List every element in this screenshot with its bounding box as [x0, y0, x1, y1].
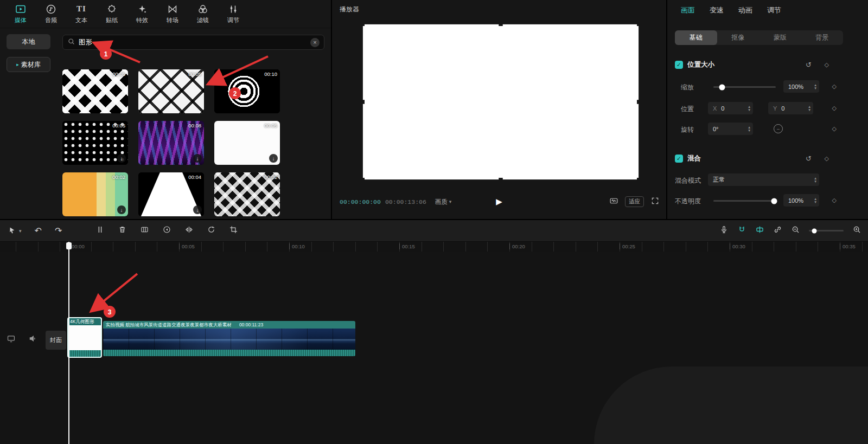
stepper-icon[interactable]: ▴▾	[814, 83, 816, 90]
scale-slider-handle[interactable]	[719, 84, 725, 90]
fullscreen-icon[interactable]	[650, 196, 660, 208]
position-x-field[interactable]: X 0 ▴▾	[708, 102, 753, 114]
freeze-frame-button[interactable]	[140, 225, 149, 236]
tab-speed[interactable]: 变速	[710, 5, 724, 15]
media-item[interactable]: 00:04 ↓	[138, 172, 204, 216]
tab-animation[interactable]: 动画	[738, 5, 752, 15]
main-track-magnet-icon[interactable]	[737, 225, 746, 236]
download-icon[interactable]: ↓	[269, 154, 278, 163]
keyframe-icon[interactable]: ◇	[832, 125, 837, 132]
media-item[interactable]: 00:02	[214, 172, 280, 216]
timeline-ruler[interactable]: 00:00 00:05 00:10 00:15 00:20 00:25 00:3…	[0, 242, 868, 252]
tab-adjustment[interactable]: 调节	[767, 5, 781, 15]
record-voice-icon[interactable]	[719, 225, 729, 236]
auto-snap-icon[interactable]	[755, 225, 764, 236]
download-icon[interactable]: ↓	[117, 154, 126, 163]
playhead-line[interactable]	[68, 242, 69, 444]
scale-slider[interactable]	[713, 86, 776, 88]
blend-checkbox[interactable]: ✓	[675, 155, 683, 163]
track-mute-icon[interactable]	[28, 334, 37, 345]
reset-icon[interactable]: ↺	[806, 61, 812, 69]
tab-media[interactable]: 媒体	[9, 4, 33, 24]
quality-dropdown[interactable]: 画质 ▾	[435, 198, 452, 206]
stepper-icon[interactable]: ▴▾	[814, 177, 816, 183]
tab-adjust[interactable]: 调节	[221, 4, 245, 24]
resize-handle[interactable]	[361, 100, 365, 104]
track-monitor-icon[interactable]	[7, 334, 16, 345]
fit-button[interactable]: 适应	[625, 196, 644, 207]
stepper-icon[interactable]: ▴▾	[748, 126, 750, 132]
media-item[interactable]: 00:02 ↓	[62, 172, 128, 216]
timeline-clip-shape[interactable]: 4K几何图形	[67, 317, 102, 358]
zoom-in-icon[interactable]	[852, 225, 861, 236]
position-size-checkbox[interactable]: ✓	[675, 61, 683, 69]
zoom-slider-handle[interactable]	[812, 228, 817, 233]
tab-sticker[interactable]: 贴纸	[100, 4, 124, 24]
undo-button[interactable]: ↶	[35, 227, 42, 235]
resize-handle[interactable]	[499, 22, 503, 26]
media-item[interactable]: 00:05	[138, 69, 204, 113]
reverse-button[interactable]	[162, 225, 171, 236]
tab-audio[interactable]: 音频	[39, 4, 63, 24]
redo-button[interactable]: ↷	[55, 227, 62, 235]
search-input[interactable]	[79, 38, 307, 46]
subtab-keying[interactable]: 抠像	[717, 30, 760, 45]
select-tool[interactable]: ▾	[8, 226, 22, 235]
resize-handle[interactable]	[637, 178, 641, 182]
play-button[interactable]: ▶	[496, 197, 502, 207]
keyframe-icon[interactable]: ◇	[832, 83, 837, 90]
keyframe-icon[interactable]: ◇	[825, 155, 829, 162]
crop-button[interactable]	[229, 225, 238, 236]
blend-mode-dropdown[interactable]: 正常 ▴▾	[708, 173, 819, 186]
mirror-button[interactable]	[184, 225, 194, 236]
delete-button[interactable]	[118, 225, 127, 236]
subtab-basic[interactable]: 基础	[675, 30, 717, 45]
subtab-mask[interactable]: 蒙版	[759, 30, 801, 45]
stepper-icon[interactable]: ▴▾	[814, 197, 816, 204]
keyframe-icon[interactable]: ◇	[832, 197, 837, 204]
resize-handle[interactable]	[499, 178, 503, 182]
opacity-value-field[interactable]: 100% ▴▾	[783, 194, 819, 207]
subtab-background[interactable]: 背景	[801, 30, 844, 45]
download-icon[interactable]: ↓	[193, 205, 202, 214]
position-y-field[interactable]: Y 0 ▴▾	[768, 102, 813, 114]
opacity-slider-handle[interactable]	[771, 198, 777, 204]
tab-picture[interactable]: 画面	[681, 5, 695, 15]
link-preview-icon[interactable]	[773, 225, 782, 236]
stepper-icon[interactable]: ▴▾	[808, 105, 810, 112]
stepper-icon[interactable]: ▴▾	[748, 105, 750, 112]
clear-search-icon[interactable]: ×	[310, 38, 320, 47]
timeline-zoom-slider[interactable]	[809, 230, 844, 231]
scale-value-field[interactable]: 100% ▴▾	[783, 80, 819, 93]
media-item[interactable]: 00:05 ↓	[214, 121, 280, 165]
split-button[interactable]	[95, 225, 105, 236]
timeline-clip-video[interactable]: 实拍视频 航拍城市风景街道道路交通夜景夜景都市夜大桥素材 00:00:11:23	[103, 321, 355, 356]
media-item[interactable]: 00:05	[62, 69, 128, 113]
keyframe-icon[interactable]: ◇	[825, 61, 829, 68]
media-item[interactable]: 00:08 ↓	[138, 121, 204, 165]
frame-preview-icon[interactable]	[609, 196, 618, 208]
reset-icon[interactable]: ↺	[806, 155, 812, 163]
media-item[interactable]: 00:10	[214, 69, 280, 113]
media-item[interactable]: 00:05 ↓	[62, 121, 128, 165]
keyframe-icon[interactable]: ◇	[832, 105, 837, 112]
tab-transition[interactable]: 转场	[161, 4, 184, 24]
preview-canvas[interactable]	[362, 24, 639, 180]
sidebar-item-local[interactable]: 本地	[7, 34, 50, 49]
tab-filter[interactable]: 滤镜	[191, 4, 215, 24]
resize-handle[interactable]	[361, 178, 365, 182]
rotate-value-field[interactable]: 0° ▴▾	[708, 123, 753, 135]
playhead-handle[interactable]	[66, 242, 72, 249]
resize-handle[interactable]	[361, 22, 365, 26]
rotation-dial[interactable]: –	[774, 124, 783, 133]
resize-handle[interactable]	[637, 22, 641, 26]
rotate-button[interactable]	[207, 225, 216, 236]
opacity-slider[interactable]	[713, 200, 776, 202]
tab-effects[interactable]: 特效	[130, 4, 154, 24]
sidebar-item-library[interactable]: ▸ 素材库	[7, 57, 50, 72]
download-icon[interactable]: ↓	[117, 205, 126, 214]
resize-handle[interactable]	[637, 100, 641, 104]
cover-button[interactable]: 封面	[46, 331, 66, 350]
zoom-out-icon[interactable]	[791, 225, 800, 236]
tab-text[interactable]: TI 文本	[69, 4, 93, 24]
